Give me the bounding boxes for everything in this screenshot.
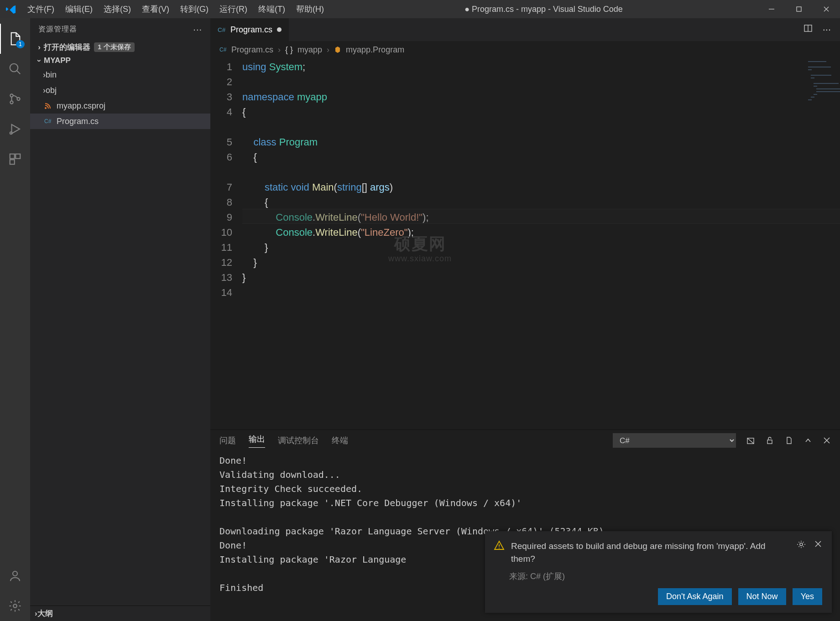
output-channel-select[interactable]: C# bbox=[613, 433, 736, 448]
svg-rect-22 bbox=[808, 67, 831, 67]
svg-rect-32 bbox=[808, 99, 812, 100]
svg-point-15 bbox=[13, 604, 17, 608]
clear-output-icon[interactable] bbox=[746, 436, 755, 445]
menu-selection[interactable]: 选择(S) bbox=[98, 4, 136, 15]
activity-settings[interactable] bbox=[0, 591, 30, 621]
crumb-class[interactable]: myapp.Program bbox=[346, 45, 404, 55]
panel-tab-problems[interactable]: 问题 bbox=[219, 435, 236, 446]
tab-program[interactable]: C# Program.cs bbox=[210, 18, 289, 41]
explorer-sidebar: 资源管理器 ··· › 打开的编辑器 1 个未保存 › MYAPP ›bin ›… bbox=[30, 18, 210, 621]
svg-line-5 bbox=[17, 71, 21, 74]
menu-help[interactable]: 帮助(H) bbox=[291, 4, 329, 15]
namespace-icon: { } bbox=[285, 45, 293, 55]
minimize-button[interactable] bbox=[758, 0, 785, 18]
minimap[interactable] bbox=[803, 58, 840, 430]
svg-point-14 bbox=[13, 571, 17, 576]
tree-file-csproj[interactable]: myapp.csproj bbox=[30, 98, 210, 114]
lock-icon[interactable] bbox=[765, 436, 774, 445]
tab-label: Program.cs bbox=[230, 25, 272, 35]
activity-bar: 1 bbox=[0, 18, 30, 621]
outline-section[interactable]: › 大纲 bbox=[30, 605, 210, 621]
breadcrumb[interactable]: C# Program.cs › { } myapp › myapp.Progra… bbox=[210, 41, 840, 58]
window-title: ● Program.cs - myapp - Visual Studio Cod… bbox=[329, 5, 758, 14]
code-lines[interactable]: using System; namespace myapp { class Pr… bbox=[242, 58, 840, 430]
crumb-namespace[interactable]: myapp bbox=[297, 45, 322, 55]
current-line-highlight bbox=[242, 209, 840, 224]
file-tree: ›bin ›obj myapp.csproj C#Program.cs bbox=[30, 67, 210, 129]
sidebar-title: 资源管理器 bbox=[38, 25, 77, 34]
notif-yes-button[interactable]: Yes bbox=[793, 588, 822, 605]
svg-point-10 bbox=[10, 132, 12, 134]
svg-rect-21 bbox=[808, 61, 826, 62]
notif-dont-ask-button[interactable]: Don't Ask Again bbox=[658, 588, 732, 605]
svg-point-40 bbox=[800, 543, 803, 546]
code-editor[interactable]: 1234 56 7891011121314 using System; name… bbox=[210, 58, 840, 430]
activity-account[interactable] bbox=[0, 561, 30, 591]
svg-point-6 bbox=[10, 94, 13, 97]
tree-folder-obj[interactable]: ›obj bbox=[30, 83, 210, 98]
svg-marker-9 bbox=[12, 124, 20, 134]
chevron-down-icon: › bbox=[35, 56, 44, 65]
open-file-icon[interactable] bbox=[784, 436, 793, 445]
svg-line-34 bbox=[747, 438, 754, 444]
svg-rect-12 bbox=[16, 154, 20, 159]
csharp-icon: C# bbox=[43, 118, 53, 125]
menu-edit[interactable]: 编辑(E) bbox=[60, 4, 98, 15]
close-panel-icon[interactable] bbox=[823, 436, 831, 445]
panel-tab-debug-console[interactable]: 调试控制台 bbox=[278, 435, 319, 446]
svg-rect-24 bbox=[811, 75, 831, 76]
svg-rect-27 bbox=[814, 86, 817, 87]
open-editors-section[interactable]: › 打开的编辑器 1 个未保存 bbox=[30, 40, 210, 54]
line-gutter: 1234 56 7891011121314 bbox=[210, 58, 242, 430]
chevron-right-icon: › bbox=[35, 43, 44, 52]
class-icon bbox=[334, 46, 341, 53]
project-name: MYAPP bbox=[44, 56, 71, 65]
menu-view[interactable]: 查看(V) bbox=[136, 4, 175, 15]
svg-text:C#: C# bbox=[218, 26, 226, 33]
svg-rect-35 bbox=[767, 440, 772, 444]
panel-tab-output[interactable]: 输出 bbox=[249, 434, 265, 448]
menu-go[interactable]: 转到(G) bbox=[175, 4, 214, 15]
svg-point-8 bbox=[17, 98, 20, 100]
rss-icon bbox=[43, 102, 53, 109]
tree-file-program[interactable]: C#Program.cs bbox=[30, 114, 210, 129]
activity-scm[interactable] bbox=[0, 84, 30, 114]
crumb-file[interactable]: Program.cs bbox=[231, 45, 273, 55]
sidebar-more-icon[interactable]: ··· bbox=[193, 24, 202, 35]
menu-file[interactable]: 文件(F) bbox=[22, 4, 60, 15]
open-editors-label: 打开的编辑器 bbox=[44, 42, 90, 52]
tab-more-icon[interactable]: ··· bbox=[823, 24, 831, 36]
svg-text:C#: C# bbox=[219, 47, 227, 53]
csharp-icon: C# bbox=[219, 46, 227, 53]
chevron-up-icon[interactable] bbox=[803, 436, 813, 445]
activity-debug[interactable] bbox=[0, 114, 30, 144]
svg-point-4 bbox=[10, 64, 18, 72]
svg-rect-30 bbox=[814, 94, 817, 95]
title-bar: 文件(F) 编辑(E) 选择(S) 查看(V) 转到(G) 运行(R) 终端(T… bbox=[0, 0, 840, 18]
svg-point-39 bbox=[499, 548, 500, 549]
notif-not-now-button[interactable]: Not Now bbox=[738, 588, 786, 605]
svg-rect-13 bbox=[10, 160, 15, 164]
explorer-badge: 1 bbox=[16, 40, 25, 48]
maximize-button[interactable] bbox=[785, 0, 813, 18]
svg-rect-28 bbox=[816, 88, 840, 89]
tree-folder-bin[interactable]: ›bin bbox=[30, 67, 210, 83]
menu-terminal[interactable]: 终端(T) bbox=[253, 4, 291, 15]
activity-search[interactable] bbox=[0, 54, 30, 84]
tab-bar: C# Program.cs ··· bbox=[210, 18, 840, 41]
close-button[interactable] bbox=[813, 0, 840, 18]
svg-rect-1 bbox=[797, 7, 801, 11]
warning-icon bbox=[494, 540, 505, 565]
csharp-icon: C# bbox=[218, 26, 226, 34]
close-icon[interactable] bbox=[814, 540, 822, 565]
split-editor-icon[interactable] bbox=[803, 24, 813, 36]
svg-rect-31 bbox=[811, 97, 814, 98]
menu-run[interactable]: 运行(R) bbox=[214, 4, 253, 15]
panel-tab-terminal[interactable]: 终端 bbox=[332, 435, 348, 446]
activity-explorer[interactable]: 1 bbox=[0, 24, 30, 54]
project-section[interactable]: › MYAPP bbox=[30, 54, 210, 67]
svg-rect-29 bbox=[816, 91, 840, 92]
svg-rect-26 bbox=[814, 83, 839, 84]
gear-icon[interactable] bbox=[797, 540, 806, 565]
activity-extensions[interactable] bbox=[0, 144, 30, 174]
